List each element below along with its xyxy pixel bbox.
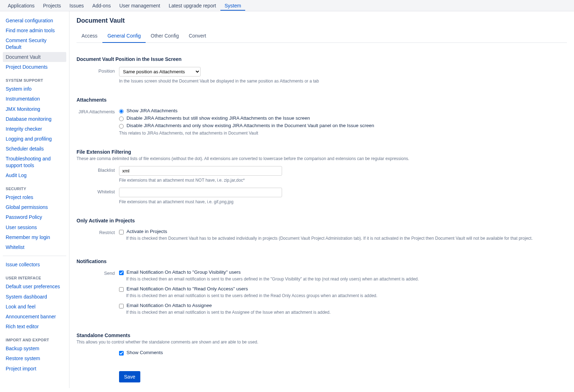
sidebar-item-integrity-checker[interactable]: Integrity checker [3,124,66,134]
sidebar-item-rich-text-editor[interactable]: Rich text editor [3,322,66,331]
tab-other-config[interactable]: Other Config [146,29,184,42]
tab-access[interactable]: Access [77,29,102,42]
section-activate-title: Only Activate in Projects [77,218,567,223]
sidebar: General configurationFind more admin too… [0,11,69,388]
page-title: Document Vault [77,17,567,27]
sidebar-item-logging-and-profiling[interactable]: Logging and profiling [3,134,66,144]
notifications-label: Send [77,269,119,276]
sidebar-item-announcement-banner[interactable]: Announcement banner [3,312,66,322]
activate-option-label: Activate in Projects [126,228,167,234]
sidebar-item-comment-security-default[interactable]: Comment Security Default [3,35,66,52]
sidebar-divider [3,256,66,256]
sidebar-item-whitelist[interactable]: Whitelist [3,242,66,252]
sidebar-item-restore-system[interactable]: Restore system [3,353,66,363]
notify-checkbox-2[interactable] [119,304,124,308]
show-comments-label: Show Comments [126,350,163,355]
whitelist-help: File extensions that an attachment must … [119,199,567,204]
attachments-radio-2[interactable] [119,124,124,129]
tab-convert[interactable]: Convert [184,29,211,42]
topnav-projects[interactable]: Projects [39,1,66,11]
section-comments-title: Standalone Comments [77,333,567,338]
sidebar-item-backup-system[interactable]: Backup system [3,343,66,353]
sidebar-item-database-monitoring[interactable]: Database monitoring [3,114,66,124]
sidebar-item-user-sessions[interactable]: User sessions [3,222,66,232]
attachments-radio-1[interactable] [119,117,124,121]
top-navigation: ApplicationsProjectsIssuesAdd-onsUser ma… [0,0,574,11]
notify-checkbox-0[interactable] [119,271,124,275]
blacklist-label: Blacklist [77,166,119,173]
sidebar-item-issue-collectors[interactable]: Issue collectors [3,260,66,269]
notify-help-0: If this is checked then an email notific… [126,277,567,282]
sidebar-item-find-more-admin-tools[interactable]: Find more admin tools [3,25,66,35]
position-help: In the Issues screen should the Document… [119,79,567,84]
topnav-latest-upgrade-report[interactable]: Latest upgrade report [164,1,220,11]
attachments-label: JIRA Attachments [77,108,119,114]
activate-help: If this is checked then Document Vault h… [126,236,567,241]
save-button[interactable]: Save [119,371,140,382]
notify-help-2: If this is checked then an email notific… [126,310,567,315]
sidebar-heading: User Interface [3,269,66,282]
section-attachments-title: Attachments [77,97,567,103]
topnav-user-management[interactable]: User management [115,1,164,11]
sidebar-item-project-roles[interactable]: Project roles [3,192,66,202]
sidebar-item-audit-log[interactable]: Audit Log [3,170,66,180]
sidebar-item-project-documents[interactable]: Project Documents [3,62,66,72]
topnav-issues[interactable]: Issues [65,1,88,11]
sidebar-heading: Security [3,180,66,192]
sidebar-item-project-import[interactable]: Project import [3,364,66,374]
section-filter-desc: These are comma delimited lists of file … [77,156,567,161]
sidebar-item-system-info[interactable]: System info [3,84,66,94]
section-position-title: Document Vault Position in the Issue Scr… [77,56,567,62]
topnav-applications[interactable]: Applications [4,1,39,11]
position-label: Position [77,67,119,74]
tab-general-config[interactable]: General Config [102,29,146,43]
tabs: AccessGeneral ConfigOther ConfigConvert [77,29,567,43]
sidebar-item-jmx-monitoring[interactable]: JMX Monitoring [3,104,66,114]
notify-label-2: Email Notification On Attach to Assignee [126,302,212,308]
sidebar-item-remember-my-login[interactable]: Remember my login [3,232,66,242]
sidebar-item-look-and-feel[interactable]: Look and feel [3,302,66,312]
sidebar-item-default-user-preferences[interactable]: Default user preferences [3,282,66,291]
topnav-add-ons[interactable]: Add-ons [88,1,115,11]
sidebar-item-document-vault[interactable]: Document Vault [3,52,66,62]
notify-help-1: If this is checked then an email notific… [126,293,567,298]
section-notifications-title: Notifications [77,259,567,264]
attachments-radio-label-0: Show JIRA Attachments [126,108,178,113]
sidebar-item-global-permissions[interactable]: Global permissions [3,202,66,212]
sidebar-item-general-configuration[interactable]: General configuration [3,16,66,25]
blacklist-input[interactable] [119,166,282,176]
sidebar-item-password-policy[interactable]: Password Policy [3,212,66,222]
whitelist-input[interactable] [119,188,282,197]
attachments-radio-label-2: Disable JIRA Attachments and only show e… [126,123,374,128]
section-comments-desc: This allows you to control whether the s… [77,340,567,345]
activate-checkbox[interactable] [119,230,124,234]
sidebar-item-instrumentation[interactable]: Instrumentation [3,94,66,104]
topnav-system[interactable]: System [220,1,246,11]
attachments-radio-label-1: Disable JIRA Attachments but still show … [126,115,310,121]
sidebar-item-system-dashboard[interactable]: System dashboard [3,292,66,302]
notify-label-1: Email Notification On Attach to "Read On… [126,286,248,291]
notify-label-0: Email Notification On Attach to "Group V… [126,269,241,275]
notify-checkbox-1[interactable] [119,287,124,292]
whitelist-label: Whitelist [77,188,119,194]
blacklist-help: File extensions that an attachment must … [119,178,567,183]
attachments-help: This relates to JIRAs Attachments, not t… [119,131,567,136]
attachments-radio-0[interactable] [119,109,124,114]
sidebar-heading: System Support [3,72,66,84]
position-select[interactable]: Same position as Attachments [119,67,201,76]
show-comments-checkbox[interactable] [119,351,124,356]
section-filter-title: File Extension Filtering [77,149,567,155]
sidebar-item-troubleshooting-and-support-tools[interactable]: Troubleshooting and support tools [3,154,66,170]
activate-label: Restrict [77,228,119,235]
main-content: Document Vault AccessGeneral ConfigOther… [69,11,574,388]
sidebar-heading: Import and Export [3,331,66,343]
sidebar-item-scheduler-details[interactable]: Scheduler details [3,144,66,154]
